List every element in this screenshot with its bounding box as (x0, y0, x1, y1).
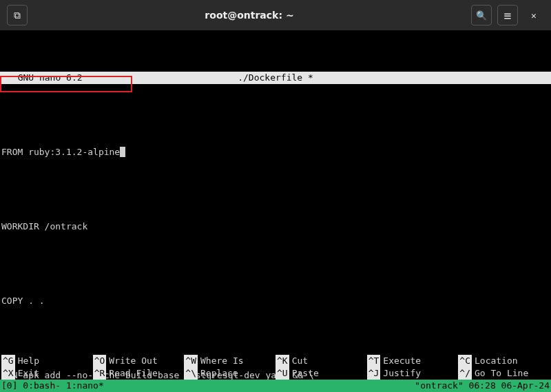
window-titlebar: root@ontrack: ~ (0, 0, 551, 30)
editor-line (1, 332, 550, 344)
plus-icon (14, 10, 21, 21)
close-icon (531, 10, 537, 21)
shortcut-exit: ^XExit (1, 367, 93, 380)
terminal-area[interactable]: GNU nano 6.2 ./Dockerfile * FROM ruby:3.… (0, 30, 551, 392)
nano-shortcut-bar: ^GHelp ^OWrite Out ^WWhere Is ^KCut ^TEx… (0, 355, 551, 380)
shortcut-help: ^GHelp (1, 355, 93, 367)
tmux-status-right: "ontrack" 06:28 06-Apr-24 (415, 380, 550, 392)
editor-area[interactable]: FROM ruby:3.1.2-alpine WORKDIR /ontrack … (0, 121, 551, 392)
editor-line (1, 258, 550, 270)
text-cursor (120, 147, 125, 157)
shortcut-writeout: ^OWrite Out (93, 355, 185, 367)
shortcut-gotoline: ^/Go To Line (458, 367, 550, 380)
shortcut-cut: ^KCut (276, 355, 367, 367)
window-title: root@ontrack: ~ (33, 10, 466, 21)
shortcut-readfile: ^RRead File (93, 367, 185, 380)
tmux-window-list[interactable]: [0] 0:bash- 1:nano* (1, 380, 415, 392)
editor-line: WORKDIR /ontrack (1, 220, 550, 233)
new-tab-button[interactable] (7, 5, 28, 25)
shortcut-paste: ^UPaste (276, 367, 367, 380)
nano-header: GNU nano 6.2 ./Dockerfile * (0, 72, 551, 84)
editor-line (1, 183, 550, 196)
hamburger-icon (504, 8, 512, 23)
menu-button[interactable] (497, 5, 518, 25)
shortcut-location: ^CLocation (458, 355, 550, 367)
editor-line: FROM ruby:3.1.2-alpine (1, 146, 550, 158)
shortcut-execute: ^TExecute (367, 355, 459, 367)
nano-filename: ./Dockerfile * (0, 72, 551, 84)
shortcut-replace: ^\Replace (184, 367, 276, 380)
shortcut-whereis: ^WWhere Is (184, 355, 276, 367)
search-icon (476, 10, 487, 21)
search-button[interactable] (471, 5, 492, 25)
editor-line: COPY . . (1, 295, 550, 307)
tmux-status-bar: [0] 0:bash- 1:nano* "ontrack" 06:28 06-A… (0, 380, 551, 392)
close-window-button[interactable] (523, 5, 544, 25)
shortcut-justify: ^JJustify (367, 367, 459, 380)
